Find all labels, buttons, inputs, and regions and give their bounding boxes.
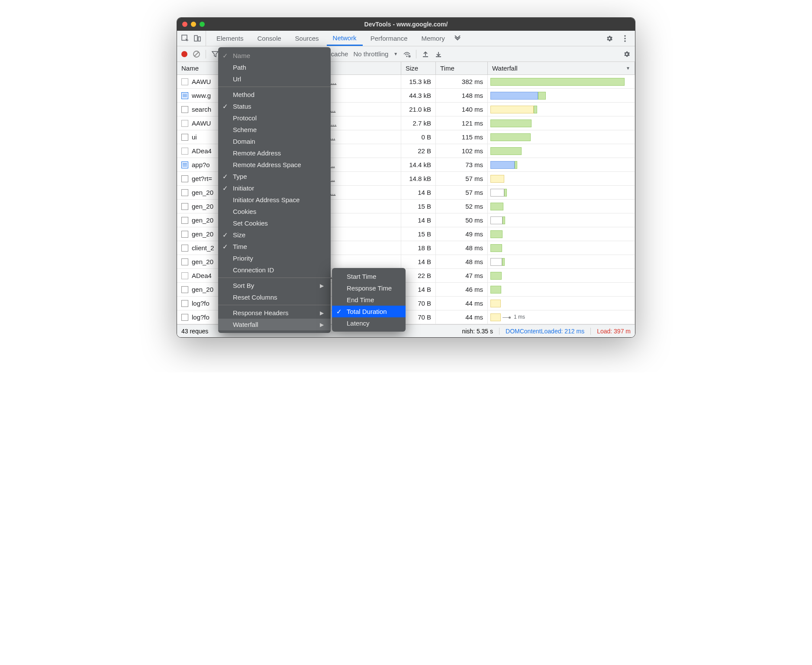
file-type-icon [181,203,188,210]
table-row-time: 49 ms [436,227,488,241]
file-name-label: ui [192,133,197,141]
zoom-icon[interactable] [200,22,205,27]
context-menu-item[interactable]: Remote Address [218,147,331,159]
dropdown-triangle-icon: ▼ [393,52,398,56]
context-menu-item[interactable]: Priority [218,252,331,264]
context-menu-item[interactable]: Remote Address Space [218,159,331,171]
column-context-menu[interactable]: ✓NamePathUrlMethod✓StatusProtocolSchemeD… [218,47,331,333]
table-row-size: 15 B [401,227,436,241]
column-header-time[interactable]: Time [436,62,488,75]
submenu-arrow-icon: ▶ [320,322,324,328]
table-row-size: 14 B [401,283,436,297]
context-menu-item[interactable]: Method [218,89,331,100]
table-row-time: 382 ms [436,75,488,89]
table-row-size: 14.8 kB [401,172,436,186]
context-menu-item[interactable]: ✓Status [218,100,331,112]
submenu-item[interactable]: Start Time [332,271,406,282]
context-menu-item[interactable]: Scheme [218,124,331,136]
svg-rect-2 [198,37,200,41]
kebab-menu-icon[interactable] [621,35,629,42]
context-menu-item[interactable]: Set Cookies [218,217,331,229]
file-name-label: AAWU [192,78,211,85]
context-menu-item[interactable]: Sort By▶ [218,280,331,291]
tab-elements[interactable]: Elements [210,31,250,46]
throttling-select[interactable]: No throttling▼ [353,50,398,58]
minimize-icon[interactable] [191,22,196,27]
tab-sources[interactable]: Sources [289,31,325,46]
settings-gear-icon[interactable] [606,35,613,42]
table-row-waterfall [488,255,635,269]
download-har-icon[interactable] [435,50,442,58]
context-menu-item[interactable]: Initiator Address Space [218,194,331,206]
table-row-waterfall [488,158,635,172]
context-menu-item[interactable]: Protocol [218,112,331,124]
upload-har-icon[interactable] [422,50,429,58]
file-type-icon [181,120,188,127]
context-menu-item-label: Path [233,64,246,71]
submenu-arrow-icon: ▶ [320,310,324,316]
table-row-waterfall [488,283,635,297]
table-row-size: 15.3 kB [401,75,436,89]
status-finish: nish: 5.35 s [462,328,493,335]
record-button[interactable] [181,51,187,57]
context-menu-item[interactable]: ✓Time [218,241,331,252]
context-menu-item[interactable]: Waterfall▶ [218,319,331,330]
context-menu-item[interactable]: ✓Type [218,171,331,182]
device-toggle-icon[interactable] [193,35,201,42]
check-icon: ✓ [222,243,228,251]
clear-icon[interactable] [193,50,200,58]
close-icon[interactable] [182,22,187,27]
context-menu-item[interactable]: Url [218,73,331,85]
table-row-size: 70 B [401,310,436,324]
context-menu-item-label: Response Headers [233,309,288,316]
context-menu-item-label: Initiator [233,184,254,192]
context-menu-item[interactable]: Cookies [218,206,331,217]
file-name-label: www.g [192,92,211,99]
status-load: Load: 397 m [597,328,631,335]
table-row-waterfall [488,213,635,227]
waterfall-submenu[interactable]: Start TimeResponse TimeEnd Time✓Total Du… [332,268,406,332]
tab-network[interactable]: Network [327,31,363,46]
table-row-time: 121 ms [436,116,488,130]
svg-line-7 [194,52,199,56]
table-row-waterfall [488,269,635,283]
context-menu-item-label: Domain [233,138,255,145]
context-menu-item-label: Remote Address Space [233,161,301,168]
check-icon: ✓ [222,52,228,60]
file-type-icon [181,300,188,307]
context-menu-item[interactable]: ✓Size [218,229,331,241]
table-row-size: 14 B [401,255,436,269]
table-row-size: 14.4 kB [401,158,436,172]
tab-console[interactable]: Console [251,31,287,46]
context-menu-item[interactable]: Connection ID [218,264,331,276]
context-menu-item-label: Reset Columns [233,294,277,301]
context-menu-item-label: Priority [233,255,253,262]
column-header-waterfall[interactable]: Waterfall ▼ [488,62,635,75]
column-header-size[interactable]: Size [401,62,436,75]
more-tabs-icon[interactable] [454,35,461,42]
network-conditions-icon[interactable] [403,50,411,58]
context-menu-item[interactable]: Response Headers▶ [218,307,331,319]
check-icon: ✓ [222,173,228,181]
status-domcontentloaded: DOMContentLoaded: 212 ms [506,328,584,335]
table-row-waterfall [488,297,635,310]
context-menu-item-label: Protocol [233,114,257,122]
context-menu-item[interactable]: Reset Columns [218,291,331,303]
table-row-time: 47 ms [436,269,488,283]
tab-memory[interactable]: Memory [416,31,451,46]
panel-settings-gear-icon[interactable] [623,50,631,58]
context-menu-item[interactable]: ✓Name [218,50,331,61]
context-menu-item[interactable]: ✓Initiator [218,182,331,194]
file-name-label: ADea4 [192,272,212,279]
tab-performance[interactable]: Performance [364,31,414,46]
waterfall-bar [490,92,538,100]
context-menu-item[interactable]: Path [218,61,331,73]
submenu-item[interactable]: Response Time [332,282,406,294]
submenu-item[interactable]: End Time [332,294,406,306]
table-row-waterfall [488,241,635,255]
context-menu-item[interactable]: Domain [218,136,331,147]
submenu-item[interactable]: Latency [332,317,406,329]
submenu-item[interactable]: ✓Total Duration [332,306,406,317]
inspect-element-icon[interactable] [181,35,189,42]
throttling-value: No throttling [353,50,388,58]
